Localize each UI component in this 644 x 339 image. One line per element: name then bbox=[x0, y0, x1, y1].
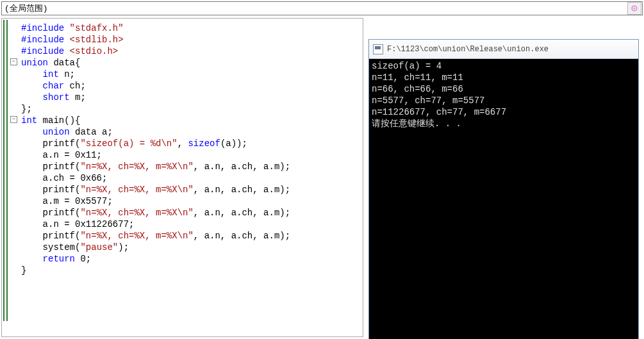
console-app-icon bbox=[373, 44, 383, 54]
console-window: F:\1123\com\union\Release\union.exe size… bbox=[368, 39, 639, 339]
scope-dropdown-label: (全局范围) bbox=[4, 3, 629, 14]
scope-dropdown[interactable]: (全局范围) ▾ bbox=[1, 1, 643, 15]
console-title: F:\1123\com\union\Release\union.exe bbox=[387, 45, 549, 54]
console-titlebar[interactable]: F:\1123\com\union\Release\union.exe bbox=[369, 40, 638, 59]
overflow-button[interactable] bbox=[627, 2, 641, 15]
main-area: − − #include "stdafx.h" #include <stdlib… bbox=[0, 17, 644, 338]
fold-toggle[interactable]: − bbox=[10, 58, 17, 65]
fold-toggle[interactable]: − bbox=[10, 116, 17, 123]
console-output[interactable]: sizeof(a) = 4 n=11, ch=11, m=11 n=66, ch… bbox=[369, 59, 638, 339]
change-margin bbox=[3, 20, 4, 321]
change-margin bbox=[6, 20, 8, 321]
code-content: #include "stdafx.h" #include <stdlib.h> … bbox=[2, 19, 290, 276]
code-editor[interactable]: − − #include "stdafx.h" #include <stdlib… bbox=[1, 18, 363, 337]
